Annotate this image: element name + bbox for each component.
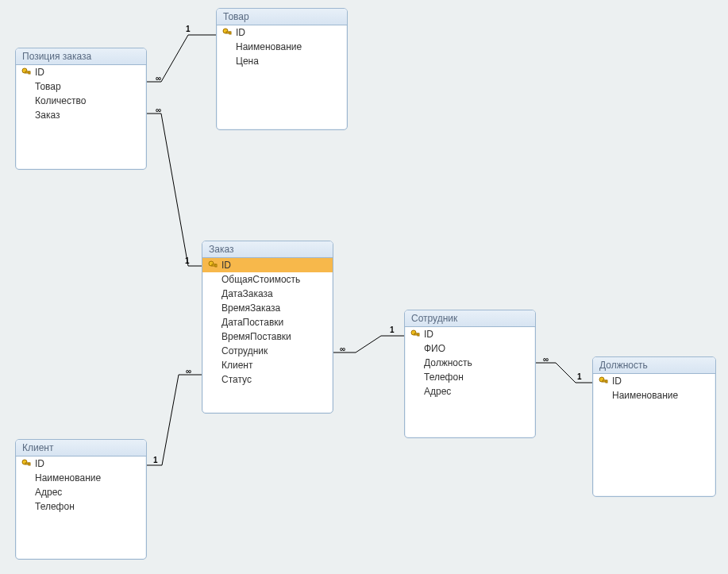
field-row[interactable]: ID <box>202 258 333 272</box>
field-row[interactable]: Сотрудник <box>202 344 333 358</box>
field-label: Адрес <box>35 486 141 499</box>
field-label: Наименование <box>35 472 141 484</box>
field-label: ДатаПоставки <box>221 316 328 329</box>
field-label: Наименование <box>236 40 342 53</box>
card-label: 1 <box>186 25 191 33</box>
field-label: ВремяПоставки <box>221 330 328 343</box>
field-row[interactable]: ID <box>593 374 715 388</box>
primary-key-icon <box>598 376 609 387</box>
card-label: ∞ <box>186 367 191 376</box>
field-row[interactable]: Цена <box>217 54 347 68</box>
entity-product[interactable]: Товар ID Наименование Цена <box>216 8 348 130</box>
field-row[interactable]: ВремяЗаказа <box>202 301 333 315</box>
field-row[interactable]: ID <box>217 25 347 40</box>
field-label: ID <box>35 457 141 470</box>
entity-title[interactable]: Заказ <box>202 241 333 258</box>
entity-position[interactable]: Позиция заказа ID Товар Количество Заказ <box>15 48 147 170</box>
field-row[interactable]: ID <box>16 457 146 471</box>
primary-key-icon <box>207 260 218 271</box>
field-row[interactable]: Адрес <box>16 485 146 499</box>
field-label: ID <box>236 26 342 39</box>
card-label: 1 <box>153 456 158 464</box>
svg-rect-14 <box>606 380 607 383</box>
card-label: ∞ <box>156 106 161 114</box>
svg-rect-2 <box>29 71 30 74</box>
field-row[interactable]: Клиент <box>202 358 333 372</box>
field-label: Статус <box>221 373 328 386</box>
entity-jobtitle[interactable]: Должность ID Наименование <box>592 356 716 497</box>
field-row[interactable]: ОбщаяСтоимость <box>202 272 333 287</box>
field-row[interactable]: ДатаЗаказа <box>202 287 333 301</box>
field-row[interactable]: Статус <box>202 372 333 387</box>
field-label: Должность <box>424 356 530 369</box>
entity-title[interactable]: Клиент <box>16 440 146 457</box>
field-row[interactable]: Наименование <box>217 40 347 54</box>
field-row[interactable]: ID <box>405 327 535 341</box>
card-label: ∞ <box>156 74 161 83</box>
field-label: ID <box>35 66 141 79</box>
field-label: Адрес <box>424 385 530 398</box>
primary-key-icon <box>21 67 32 78</box>
field-label: ID <box>424 328 530 341</box>
field-label: Клиент <box>221 359 328 372</box>
field-row[interactable]: Количество <box>16 94 146 108</box>
field-label: ОбщаяСтоимость <box>221 273 328 286</box>
field-label: Сотрудник <box>221 345 328 357</box>
entity-employee[interactable]: Сотрудник ID ФИО Должность Телефон Адрес <box>404 310 536 438</box>
svg-rect-17 <box>29 463 30 465</box>
field-label: Цена <box>236 55 342 67</box>
field-row[interactable]: ID <box>16 65 146 79</box>
field-row[interactable]: Наименование <box>593 388 715 403</box>
card-label: 1 <box>390 326 395 334</box>
primary-key-icon <box>410 329 421 340</box>
entity-order[interactable]: Заказ ID ОбщаяСтоимость ДатаЗаказа Время… <box>202 241 333 414</box>
card-label: ∞ <box>543 355 549 364</box>
field-row[interactable]: Заказ <box>16 108 146 122</box>
field-row[interactable]: ФИО <box>405 341 535 356</box>
field-row[interactable]: Телефон <box>405 370 535 384</box>
field-row[interactable]: ВремяПоставки <box>202 329 333 344</box>
entity-title[interactable]: Сотрудник <box>405 310 535 327</box>
entity-client[interactable]: Клиент ID Наименование Адрес Телефон <box>15 439 147 560</box>
card-label: ∞ <box>340 345 345 353</box>
field-row[interactable]: Телефон <box>16 499 146 514</box>
field-row[interactable]: Адрес <box>405 384 535 399</box>
field-row[interactable]: Наименование <box>16 471 146 485</box>
field-label: Количество <box>35 94 141 107</box>
primary-key-icon <box>21 458 32 469</box>
field-label: ДатаЗаказа <box>221 287 328 300</box>
field-row[interactable]: Товар <box>16 79 146 94</box>
card-label: 1 <box>577 372 582 381</box>
entity-title[interactable]: Должность <box>593 357 715 374</box>
field-label: Товар <box>35 80 141 93</box>
primary-key-icon <box>221 27 233 38</box>
field-label: Наименование <box>612 389 711 402</box>
field-row[interactable]: ДатаПоставки <box>202 315 333 329</box>
entity-title[interactable]: Позиция заказа <box>16 48 146 65</box>
field-label: Заказ <box>35 109 141 121</box>
field-label: ФИО <box>424 342 530 355</box>
field-label: ВремяЗаказа <box>221 302 328 314</box>
entity-title[interactable]: Товар <box>217 9 347 25</box>
field-row[interactable]: Должность <box>405 356 535 370</box>
field-label: ID <box>221 259 328 272</box>
card-label: 1 <box>185 256 190 265</box>
svg-rect-11 <box>418 333 419 336</box>
field-label: ID <box>612 375 711 387</box>
svg-rect-8 <box>215 264 217 267</box>
svg-rect-5 <box>229 32 231 34</box>
field-label: Телефон <box>35 500 141 513</box>
field-label: Телефон <box>424 371 530 383</box>
